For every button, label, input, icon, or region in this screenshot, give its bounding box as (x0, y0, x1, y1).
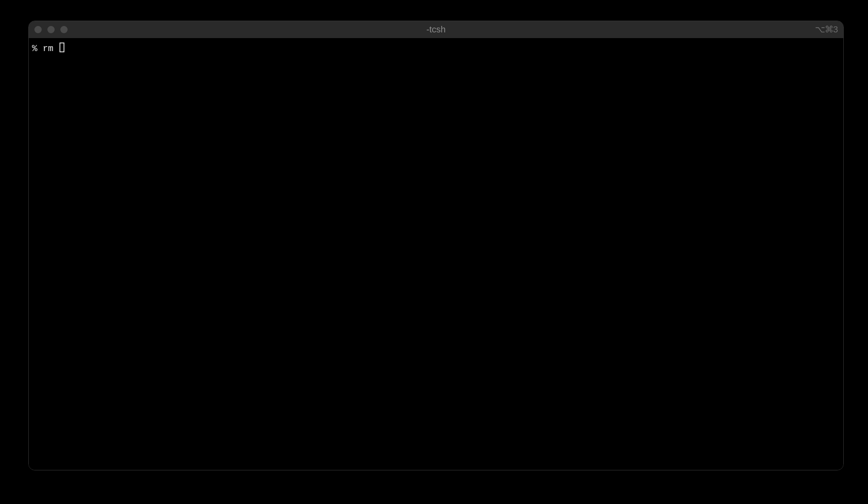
window-title: -tcsh (426, 24, 446, 35)
minimize-button[interactable] (47, 26, 55, 33)
traffic-lights (34, 26, 68, 33)
terminal-window: -tcsh ⌥⌘3 % rm (28, 21, 844, 470)
cursor (60, 43, 64, 52)
titlebar[interactable]: -tcsh ⌥⌘3 (29, 21, 843, 38)
prompt: % (32, 43, 43, 56)
shortcut-indicator: ⌥⌘3 (815, 24, 838, 35)
terminal-line: % rm (32, 41, 840, 56)
maximize-button[interactable] (60, 26, 68, 33)
terminal-body[interactable]: % rm (29, 38, 843, 470)
command-input[interactable]: rm (43, 43, 59, 56)
close-button[interactable] (34, 26, 42, 33)
